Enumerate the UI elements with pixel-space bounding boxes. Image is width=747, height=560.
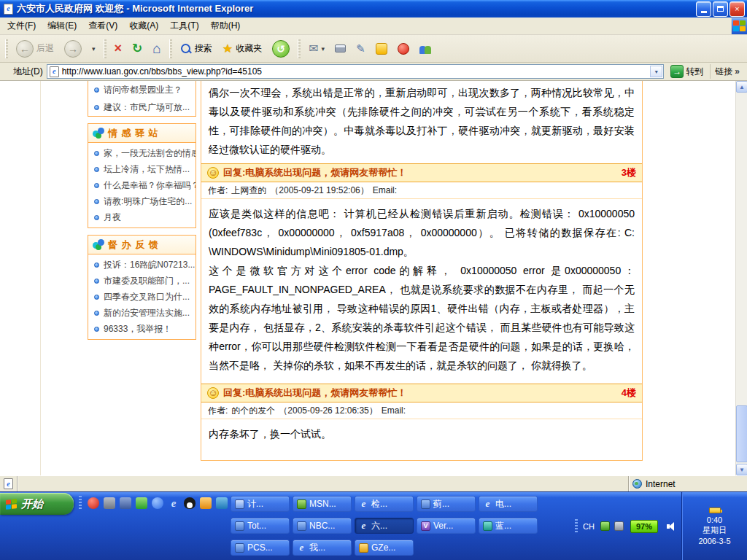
sidebar-link[interactable]: 家，一段无法割舍的情感 <box>88 145 196 161</box>
battery-icon <box>709 508 721 513</box>
task-button[interactable]: NBC... <box>293 518 352 534</box>
floppy-app-icon[interactable] <box>120 497 131 509</box>
title-bar: e 六安市人民政府网 欢迎您 - Microsoft Internet Expl… <box>0 0 747 18</box>
sidebar-link[interactable]: 坛上冷清，坛下热情... <box>88 161 196 177</box>
author-name: 上网查的 <box>231 184 266 197</box>
scroll-up-button[interactable]: ▲ <box>736 81 747 93</box>
discuss-button[interactable] <box>415 41 436 56</box>
stop-button[interactable]: × <box>110 39 127 58</box>
task-button[interactable]: 电... <box>479 496 538 512</box>
close-button[interactable]: × <box>729 1 745 17</box>
task-button[interactable]: Tot... <box>231 518 290 534</box>
task-button[interactable]: GZe... <box>355 540 414 556</box>
blue-app-icon[interactable] <box>216 497 228 509</box>
address-input-wrap: e ▾ <box>47 64 665 79</box>
tray-clock[interactable]: 0:40 星期日 2006-3-5 <box>681 492 747 560</box>
sidebar-link[interactable]: 市建委及职能部门，... <box>88 273 196 289</box>
quick-launch-bar: e <box>79 496 228 510</box>
history-icon: ↺ <box>272 40 290 58</box>
browser-viewport: 请问帝都景园业主？ 建议：市民广场可放... 情 感 驿 站 家，一段无法割舍的… <box>0 81 747 475</box>
sidebar-link[interactable]: 四季春交叉路口为什... <box>88 289 196 305</box>
green-app-icon[interactable] <box>136 497 147 509</box>
notes-button[interactable] <box>371 41 392 57</box>
menu-file[interactable]: 文件(F) <box>1 18 42 34</box>
menu-bar: 文件(F) 编辑(E) 查看(V) 收藏(A) 工具(T) 帮助(H) <box>0 18 747 35</box>
history-button[interactable]: ↺ <box>268 38 294 60</box>
task-button[interactable]: 计... <box>231 496 290 512</box>
toolbar-separator <box>298 39 301 58</box>
task-button[interactable]: MSN... <box>293 496 352 512</box>
ie-icon[interactable]: e <box>168 497 179 509</box>
sidebar-link[interactable]: 什么是幸福？你幸福吗？. <box>88 177 196 193</box>
bullet-icon <box>94 199 99 204</box>
battery-percent-badge[interactable]: 97% <box>630 520 658 533</box>
search-button[interactable]: 搜索 <box>176 40 217 57</box>
volume-icon[interactable] <box>667 522 677 531</box>
scrollbar-thumb[interactable] <box>736 405 747 462</box>
forward-button[interactable]: → <box>60 38 86 60</box>
people-icon <box>419 43 432 54</box>
app-icon <box>359 543 368 553</box>
print-button[interactable] <box>330 42 350 55</box>
messenger-button[interactable] <box>393 41 414 57</box>
refresh-button[interactable]: ↻ <box>128 39 147 58</box>
window-icon <box>235 499 244 509</box>
clock-weekday: 星期日 <box>703 525 727 536</box>
scroll-down-button[interactable]: ▼ <box>736 464 747 475</box>
menu-view[interactable]: 查看(V) <box>82 18 123 34</box>
language-indicator[interactable]: CH <box>583 522 595 531</box>
qq-penguin-icon[interactable] <box>184 497 196 509</box>
task-button[interactable]: 检... <box>355 496 414 512</box>
forward-dropdown[interactable]: ▾ <box>88 43 100 55</box>
back-button[interactable]: ← 后退 <box>12 38 58 60</box>
clock-time: 0:40 <box>707 516 722 524</box>
task-button[interactable]: Ver... <box>417 518 476 534</box>
messenger-icon <box>398 43 409 55</box>
smiley-icon: ☺ <box>207 167 219 179</box>
sidebar-link[interactable]: 请问帝都景园业主？ <box>88 81 196 98</box>
vertical-scrollbar[interactable]: ▲ ▼ <box>735 81 747 475</box>
sidebar-link[interactable]: 96333，我举报！ <box>88 321 196 337</box>
menu-edit[interactable]: 编辑(E) <box>42 18 82 34</box>
windows-logo-icon <box>731 18 747 34</box>
minimize-button[interactable] <box>696 1 711 17</box>
sidebar-link[interactable]: 月夜 <box>88 209 196 225</box>
msn-globe-icon[interactable] <box>152 497 163 509</box>
sidebar-link[interactable]: 请教:明珠广场住宅的... <box>88 193 196 209</box>
edit-button[interactable]: ✎ <box>352 40 370 58</box>
post-time: （2005-09-26 12:06:35） <box>279 405 377 417</box>
mail-button[interactable]: ✉ ▾ <box>304 39 329 58</box>
address-input[interactable] <box>62 66 648 77</box>
zone-label: Internet <box>646 479 676 489</box>
app-icon <box>235 521 244 531</box>
task-button-active[interactable]: 六... <box>355 518 414 534</box>
sidebar-link[interactable]: 建议：市民广场可放... <box>88 98 196 116</box>
orange-app-icon[interactable] <box>200 497 212 509</box>
go-button[interactable]: → 转到 <box>667 64 706 79</box>
quick-launch-grip[interactable] <box>79 496 82 510</box>
tray-grip[interactable] <box>575 519 578 534</box>
task-button[interactable]: 蓝... <box>479 518 538 534</box>
task-button[interactable]: 我... <box>293 540 352 556</box>
toolbar-grip[interactable] <box>5 39 8 58</box>
home-button[interactable]: ⌂ <box>148 39 165 59</box>
favorites-button[interactable]: ★ 收藏夹 <box>218 39 266 58</box>
task-button[interactable]: PCS... <box>231 540 290 556</box>
address-dropdown-button[interactable]: ▾ <box>650 66 662 77</box>
toolbar-separator <box>104 39 107 58</box>
media-player-icon[interactable] <box>88 497 99 509</box>
menu-favorites[interactable]: 收藏(A) <box>123 18 164 34</box>
ie-icon <box>359 521 368 531</box>
task-button[interactable]: 蓟... <box>417 496 476 512</box>
restore-button[interactable] <box>713 1 728 17</box>
bullet-icon <box>94 311 99 316</box>
sidebar-link[interactable]: 投诉：16路皖N07213... <box>88 257 196 273</box>
keyboard-tray-icon[interactable] <box>614 521 624 531</box>
links-bar[interactable]: 链接 » <box>710 64 744 79</box>
show-desktop-icon[interactable] <box>104 497 115 509</box>
sidebar-link[interactable]: 新的治安管理法实施... <box>88 305 196 321</box>
menu-help[interactable]: 帮助(H) <box>205 18 247 34</box>
antivirus-tray-icon[interactable] <box>600 521 610 531</box>
start-button[interactable]: 开始 <box>0 493 74 515</box>
menu-tools[interactable]: 工具(T) <box>164 18 204 34</box>
